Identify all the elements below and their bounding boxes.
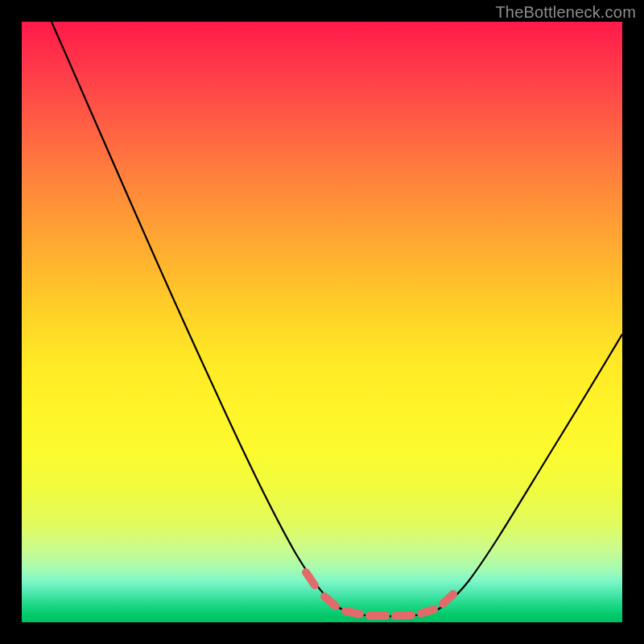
chart-plot-area	[22, 22, 622, 622]
chart-frame: TheBottleneck.com	[0, 0, 644, 644]
watermark-text: TheBottleneck.com	[495, 3, 636, 22]
highlight-dashes	[306, 572, 453, 616]
curve-path	[52, 22, 622, 617]
chart-svg	[22, 22, 622, 622]
